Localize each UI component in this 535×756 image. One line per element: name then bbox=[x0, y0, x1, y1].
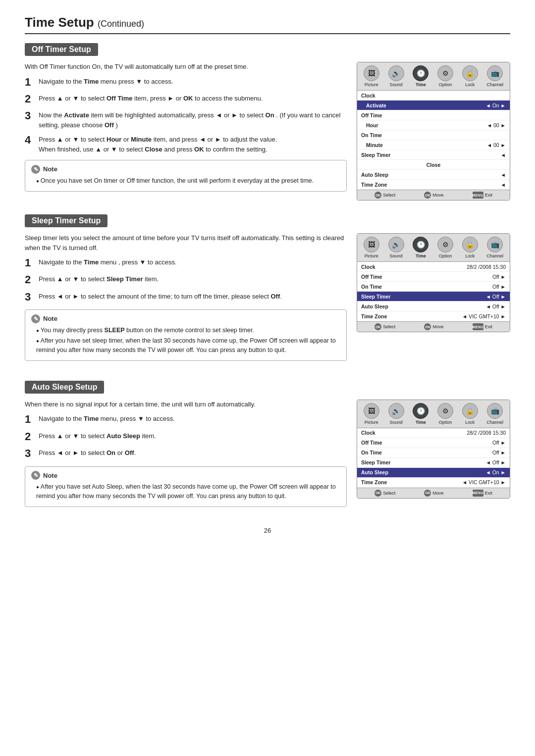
step-1: 1 Navigate to the Time menu press ▼ to a… bbox=[25, 77, 347, 89]
sleep-menu-time-zone: Time Zone ◄ VIC GMT+10 ► bbox=[357, 311, 510, 321]
section-header-auto-sleep: Auto Sleep Setup bbox=[25, 381, 104, 394]
menu-row-auto-sleep: Auto Sleep ◄ bbox=[357, 170, 510, 180]
auto-sleep-steps: 1 Navigate to the Time menu, press ▼ to … bbox=[25, 414, 347, 460]
icon-lock-2: 🔒 Lock bbox=[462, 237, 478, 258]
ok-icon-5: OK bbox=[374, 490, 381, 497]
step-4: 4 Press ▲ or ▼ to select Hour or Minute … bbox=[25, 135, 347, 154]
note-icon-sleep: ✎ bbox=[31, 314, 40, 323]
auto-sleep-icon-bar: 🖼 Picture 🔊 Sound 🕐 Time ⚙ Option bbox=[357, 400, 510, 428]
sleep-menu-sleep-timer: Sleep Timer ◄ Off ► bbox=[357, 292, 510, 302]
sleep-timer-note: ✎Note You may directly press SLEEP butto… bbox=[25, 309, 347, 361]
off-timer-icon-bar: 🖼 Picture 🔊 Sound 🕐 Time ⚙ Option bbox=[357, 62, 510, 91]
sleep-step-2: 2 Press ▲ or ▼ to select Sleep Timer ite… bbox=[25, 274, 347, 286]
auto-menu-auto-sleep: Auto Sleep ◄ On ► bbox=[357, 468, 510, 478]
icon-sound: 🔊 Sound bbox=[388, 65, 404, 87]
auto-menu-time-zone: Time Zone ◄ VIC GMT+10 ► bbox=[357, 478, 510, 488]
step-2: 2 Press ▲ or ▼ to select Off Time item, … bbox=[25, 94, 347, 105]
menu-icon-2: MENU bbox=[473, 323, 483, 330]
sleep-menu-on-time: On Time Off ► bbox=[357, 282, 510, 292]
section-header-sleep-timer: Sleep Timer Setup bbox=[25, 214, 107, 227]
sleep-menu-auto-sleep: Auto Sleep ◄ Off ► bbox=[357, 302, 510, 311]
icon-option-2: ⚙ Option bbox=[437, 237, 453, 258]
sleep-timer-menu-diagram: 🖼 Picture 🔊 Sound 🕐 Time ⚙ Option bbox=[357, 233, 510, 332]
sleep-timer-intro: Sleep timer lets you select the amount o… bbox=[25, 233, 347, 252]
auto-sleep-note: ✎Note After you have set Auto Sleep, whe… bbox=[25, 466, 347, 507]
sleep-timer-icon-bar: 🖼 Picture 🔊 Sound 🕐 Time ⚙ Option bbox=[357, 234, 510, 262]
icon-channel-2: 📺 Channel bbox=[487, 237, 504, 258]
off-timer-steps: 1 Navigate to the Time menu press ▼ to a… bbox=[25, 77, 347, 154]
sleep-timer-menu-body: Clock 28/2 /2008 15:30 Off Time Off ► On… bbox=[357, 262, 510, 321]
icon-picture-2: 🖼 Picture bbox=[364, 237, 379, 258]
auto-sleep-menu-diagram: 🖼 Picture 🔊 Sound 🕐 Time ⚙ Option bbox=[357, 400, 510, 499]
off-timer-diagram: 🖼 Picture 🔊 Sound 🕐 Time ⚙ Option bbox=[357, 62, 510, 201]
auto-sleep-diagram: 🖼 Picture 🔊 Sound 🕐 Time ⚙ Option bbox=[357, 400, 510, 499]
icon-lock: 🔒 Lock bbox=[462, 65, 478, 87]
auto-sleep-menu-body: Clock 28/2 /2008 15:30 Off Time Off ► On… bbox=[357, 428, 510, 488]
icon-time: 🕐 Time bbox=[413, 65, 428, 87]
menu-row-activate: Activate ◄ On ► bbox=[357, 101, 510, 110]
page-title: Time Setup (Continued) bbox=[25, 15, 510, 34]
section-sleep-timer: Sleep Timer Setup Sleep timer lets you s… bbox=[25, 214, 510, 367]
auto-menu-on-time: On Time Off ► bbox=[357, 448, 510, 458]
auto-step-1: 1 Navigate to the Time menu, press ▼ to … bbox=[25, 414, 347, 426]
auto-sleep-menu-footer: OK Select OK Move MENU Exit bbox=[357, 488, 510, 498]
menu-row-minute: Minute ◄ 00 ► bbox=[357, 140, 510, 150]
page-number: 26 bbox=[25, 527, 510, 534]
off-timer-intro: With Off Timer function On, the TV will … bbox=[25, 62, 347, 72]
note-icon-auto: ✎ bbox=[31, 471, 40, 480]
menu-row-off-time: Off Time bbox=[357, 110, 510, 120]
icon-time-3: 🕐 Time bbox=[413, 403, 428, 425]
ok-icon-1: OK bbox=[374, 192, 381, 199]
note-icon: ✎ bbox=[31, 165, 40, 174]
icon-sound-3: 🔊 Sound bbox=[388, 403, 404, 425]
ok-icon-2: OK bbox=[424, 192, 431, 199]
icon-picture-3: 🖼 Picture bbox=[364, 403, 379, 425]
off-timer-menu-diagram: 🖼 Picture 🔊 Sound 🕐 Time ⚙ Option bbox=[357, 62, 510, 201]
icon-picture: 🖼 Picture bbox=[364, 65, 379, 87]
menu-icon: MENU bbox=[473, 192, 483, 199]
title-continued: (Continued) bbox=[98, 19, 144, 29]
off-timer-content-left: With Off Timer function On, the TV will … bbox=[25, 62, 347, 198]
icon-lock-3: 🔒 Lock bbox=[462, 403, 478, 425]
sleep-timer-diagram: 🖼 Picture 🔊 Sound 🕐 Time ⚙ Option bbox=[357, 233, 510, 332]
menu-row-clock: Clock bbox=[357, 91, 510, 101]
menu-row-time-zone: Time Zone ◄ bbox=[357, 180, 510, 190]
section-off-timer: Off Timer Setup With Off Timer function … bbox=[25, 43, 510, 201]
menu-row-on-time: On Time bbox=[357, 130, 510, 140]
sleep-menu-off-time: Off Time Off ► bbox=[357, 272, 510, 282]
off-timer-menu-footer: OK Select OK Move MENU Exit bbox=[357, 190, 510, 200]
section-auto-sleep: Auto Sleep Setup When there is no signal… bbox=[25, 381, 510, 513]
menu-row-close: Close bbox=[357, 160, 510, 170]
auto-menu-off-time: Off Time Off ► bbox=[357, 438, 510, 448]
menu-icon-3: MENU bbox=[473, 490, 483, 497]
step-3: 3 Now the Activate item will be highligh… bbox=[25, 110, 347, 130]
auto-step-3: 3 Press ◄ or ► to select On or Off. bbox=[25, 448, 347, 460]
sleep-step-1: 1 Navigate to the Time menu , press ▼ to… bbox=[25, 257, 347, 269]
icon-sound-2: 🔊 Sound bbox=[388, 237, 404, 258]
ok-icon-6: OK bbox=[424, 490, 431, 497]
menu-row-hour: Hour ◄ 00 ► bbox=[357, 120, 510, 130]
ok-icon-3: OK bbox=[374, 323, 381, 330]
auto-step-2: 2 Press ▲ or ▼ to select Auto Sleep item… bbox=[25, 431, 347, 443]
icon-channel-3: 📺 Channel bbox=[487, 403, 504, 425]
sleep-step-3: 3 Press ◄ or ► to select the amount of t… bbox=[25, 292, 347, 303]
off-timer-note: ✎Note Once you have set On timer or Off … bbox=[25, 160, 347, 191]
icon-option: ⚙ Option bbox=[437, 65, 453, 87]
ok-icon-4: OK bbox=[424, 323, 431, 330]
auto-sleep-content-left: When there is no signal input for a cert… bbox=[25, 400, 347, 513]
auto-menu-sleep-timer: Sleep Timer ◄ Off ► bbox=[357, 458, 510, 468]
icon-channel: 📺 Channel bbox=[487, 65, 504, 87]
sleep-timer-steps: 1 Navigate to the Time menu , press ▼ to… bbox=[25, 257, 347, 303]
sleep-timer-content-left: Sleep timer lets you select the amount o… bbox=[25, 233, 347, 367]
section-header-off-timer: Off Timer Setup bbox=[25, 43, 98, 56]
icon-time-2: 🕐 Time bbox=[413, 237, 428, 258]
auto-menu-clock: Clock 28/2 /2008 15:30 bbox=[357, 428, 510, 438]
off-timer-menu-body: Clock Activate ◄ On ► Off Time Hour ◄ 00… bbox=[357, 91, 510, 190]
menu-row-sleep-timer: Sleep Timer ◄ bbox=[357, 150, 510, 160]
sleep-menu-clock: Clock 28/2 /2008 15:30 bbox=[357, 262, 510, 272]
icon-option-3: ⚙ Option bbox=[437, 403, 453, 425]
auto-sleep-intro: When there is no signal input for a cert… bbox=[25, 400, 347, 409]
sleep-timer-menu-footer: OK Select OK Move MENU Exit bbox=[357, 321, 510, 332]
title-text: Time Setup bbox=[25, 15, 94, 30]
